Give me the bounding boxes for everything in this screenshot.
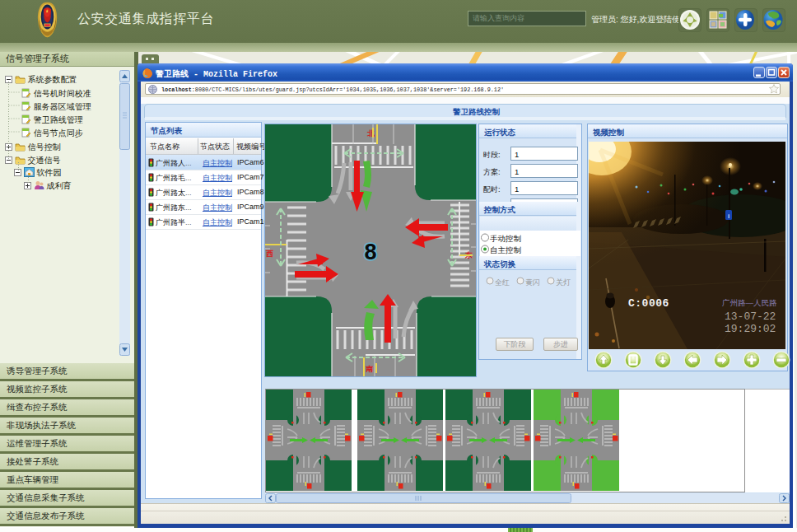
svg-text:i: i: [728, 212, 729, 220]
svg-text:南: 南: [366, 365, 373, 373]
svg-text:13-07-22: 13-07-22: [725, 310, 776, 323]
svg-text:19:29:02: 19:29:02: [725, 323, 776, 335]
svg-text:广州路—人民路: 广州路—人民路: [722, 298, 777, 307]
svg-text:西: 西: [265, 250, 273, 258]
svg-text:C:0006: C:0006: [628, 297, 669, 310]
svg-text:8: 8: [364, 240, 376, 264]
svg-text:北: 北: [366, 129, 375, 138]
